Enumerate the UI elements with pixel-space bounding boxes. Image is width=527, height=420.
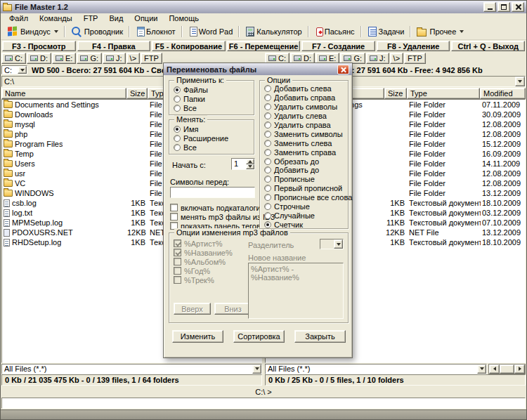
rename-option-1[interactable]: Добавить справа (260, 93, 348, 103)
radio-icon (174, 86, 181, 93)
fn-button-2[interactable]: F5 - Копирование (152, 41, 226, 51)
scroll-right-button[interactable] (514, 365, 525, 374)
minimize-button[interactable] (483, 2, 496, 12)
apply-option-1[interactable]: Папки (169, 94, 254, 103)
toolbar-button-4[interactable]: Калькулятор (242, 25, 305, 38)
maximize-icon (501, 4, 507, 10)
separator-combo[interactable] (320, 239, 344, 249)
toolbar-button-6[interactable]: Задачи (364, 25, 408, 38)
filter-combo-right[interactable]: All Files (*.*) (265, 364, 487, 374)
drive-button-right-5[interactable]: \> (390, 53, 403, 64)
radio-icon (174, 126, 181, 133)
rename-option-4[interactable]: Удалить справа (260, 121, 348, 130)
drive-button-left-1[interactable]: D: (27, 53, 51, 64)
fn-button-4[interactable]: F7 - Создание (301, 41, 375, 51)
drive-button-left-0[interactable]: C: (1, 53, 26, 64)
rename-option-8[interactable]: Обрезать до (260, 157, 348, 166)
dialog-close-button[interactable] (337, 65, 349, 74)
drive-icon (80, 55, 88, 61)
change-option-0[interactable]: Имя (169, 124, 254, 133)
menu-item-0[interactable]: Файл (4, 13, 34, 23)
fn-button-0[interactable]: F3 - Просмотр (2, 41, 76, 51)
drive-icon (30, 55, 38, 61)
menu-item-4[interactable]: Опции (129, 13, 163, 23)
drive-button-left-4[interactable]: J: (103, 53, 126, 64)
mp3-tag-checkbox-3[interactable]: %Год% (174, 266, 233, 275)
column-header-modified[interactable]: Modified (480, 88, 526, 99)
rename-option-10[interactable]: Прописные (260, 175, 348, 184)
apply-option-2[interactable]: Все (169, 103, 254, 112)
close-dialog-button[interactable]: Закрыть (294, 330, 346, 343)
column-header-type[interactable]: Type (407, 88, 480, 99)
mp3-tag-checkbox-0[interactable]: %Артист% (174, 239, 233, 248)
rename-option-2[interactable]: Удалить символы (260, 103, 348, 112)
fn-button-6[interactable]: Ctrl + Q - Выход (451, 41, 525, 51)
chevron-down-icon[interactable] (460, 30, 464, 33)
mp3-tag-checkbox-2[interactable]: %Альбом% (174, 257, 233, 266)
drive-button-right-6[interactable]: FTP (404, 53, 426, 64)
sort-button[interactable]: Сортировка (233, 330, 285, 343)
toolbar-button-1[interactable]: Проводник (67, 25, 126, 38)
command-input[interactable] (1, 398, 526, 409)
rename-option-9[interactable]: Добавить до (260, 166, 348, 175)
chevron-down-icon[interactable] (477, 365, 486, 374)
mp3-tag-checkbox-4[interactable]: %Трек% (174, 275, 233, 284)
down-button[interactable]: Вниз (214, 303, 252, 315)
menu-item-1[interactable]: Команды (34, 13, 78, 23)
radio-icon (174, 96, 181, 103)
mp3-tag-checkbox-1[interactable]: %Название% (174, 248, 233, 257)
toolbar-button-0[interactable]: Виндоус (4, 25, 62, 38)
toolbar-button-5[interactable]: Пасьянс (311, 25, 358, 37)
chevron-down-icon[interactable] (54, 30, 58, 33)
spin-down-button[interactable] (246, 164, 254, 170)
apply-option-0[interactable]: Файлы (169, 85, 254, 94)
drive-button-left-5[interactable]: \> (126, 53, 140, 64)
rename-option-15[interactable]: Счетчик (260, 220, 348, 229)
column-header-size[interactable]: Size (126, 88, 148, 99)
rename-option-14[interactable]: Случайные (260, 211, 348, 220)
column-header-name[interactable]: Name (1, 88, 126, 99)
drive-combo-left[interactable]: C: (1, 65, 27, 74)
symbols-before-input[interactable] (170, 187, 255, 198)
start-with-spinner[interactable]: 1 (231, 158, 255, 170)
close-button[interactable] (512, 2, 524, 12)
drive-button-left-6[interactable]: FTP (141, 53, 162, 64)
toolbar-button-2[interactable]: Блокнот (132, 25, 179, 38)
change-option-2[interactable]: Все (169, 143, 254, 152)
rename-option-3[interactable]: Удалить слева (260, 112, 348, 121)
rename-option-5[interactable]: Заменить символы (260, 129, 348, 138)
toolbar-button-7[interactable]: Прочее (413, 26, 467, 37)
rename-option-6[interactable]: Заменить слева (260, 138, 348, 147)
path-dropdown-right[interactable] (515, 77, 525, 86)
scroll-left-button[interactable] (489, 365, 500, 374)
scrollbar-thumb[interactable] (500, 365, 514, 374)
drive-button-left-3[interactable]: G: (77, 53, 102, 64)
menu-item-3[interactable]: Вид (103, 13, 129, 23)
radio-icon (264, 149, 271, 156)
maximize-button[interactable] (497, 2, 510, 12)
drive-button-right-4[interactable]: J: (366, 53, 389, 64)
fn-button-5[interactable]: F8 - Удаление (377, 41, 450, 51)
fn-button-3[interactable]: F6 - Перемещение (227, 41, 301, 51)
chevron-down-icon[interactable] (334, 239, 343, 249)
rename-option-13[interactable]: Строчные (260, 202, 348, 211)
menu-item-5[interactable]: Помощь (163, 13, 204, 23)
spin-up-button[interactable] (246, 159, 254, 164)
chevron-down-icon[interactable] (252, 365, 261, 374)
rename-option-0[interactable]: Добавить слева (260, 84, 348, 93)
horizontal-scrollbar[interactable] (488, 364, 526, 374)
column-header-size[interactable]: Size (384, 88, 407, 99)
rename-button[interactable]: Изменить (172, 330, 223, 343)
filter-combo-left[interactable]: All Files (*.*) (1, 364, 262, 374)
rename-option-7[interactable]: Заменить справа (260, 147, 348, 157)
rename-option-11[interactable]: Первый прописной (260, 184, 348, 193)
up-button[interactable]: Вверх (174, 303, 211, 315)
chevron-down-icon[interactable] (18, 66, 27, 74)
rename-option-12[interactable]: Прописные все слова (260, 193, 348, 202)
radio-icon (264, 158, 271, 165)
toolbar-button-3[interactable]: Word Pad (185, 25, 237, 38)
fn-button-1[interactable]: F4 - Правка (77, 41, 151, 51)
change-option-1[interactable]: Расширение (169, 133, 254, 143)
drive-button-left-2[interactable]: E: (52, 53, 76, 64)
menu-item-2[interactable]: FTP (78, 13, 104, 23)
